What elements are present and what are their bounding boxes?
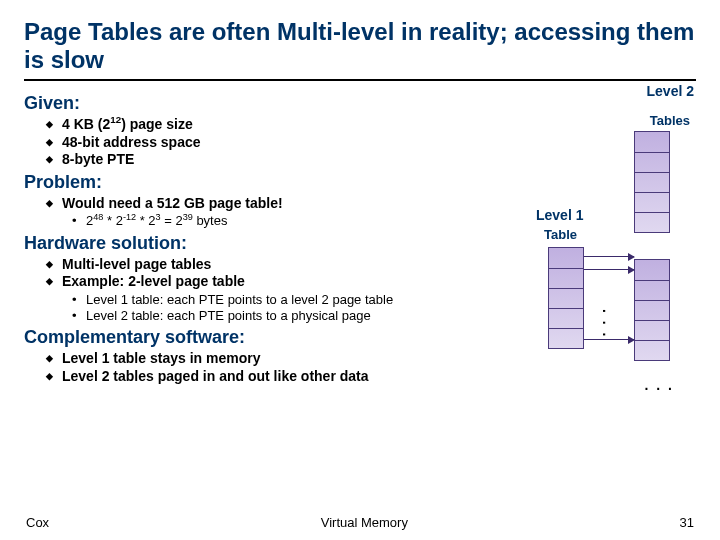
level1-label: Level 1 <box>536 207 583 223</box>
diagram: Level 2 Tables Level 1 Table <box>496 89 696 386</box>
dots-vertical: . . . <box>600 309 616 338</box>
title-rule <box>24 79 696 81</box>
given-heading: Given: <box>24 93 496 114</box>
given-item: 48-bit address space <box>46 134 496 151</box>
hardware-subitem: Level 1 table: each PTE points to a leve… <box>72 292 496 307</box>
complementary-heading: Complementary software: <box>24 327 496 348</box>
level2-table-top <box>634 131 670 233</box>
hardware-heading: Hardware solution: <box>24 233 496 254</box>
slide-title: Page Tables are often Multi-level in rea… <box>24 18 696 73</box>
main-text: Given: 4 KB (212) page size 48-bit addre… <box>24 89 496 386</box>
problem-list: Would need a 512 GB page table! <box>46 195 496 212</box>
problem-subitem: 248 * 2-12 * 23 = 239 bytes <box>72 213 496 228</box>
footer-left: Cox <box>26 515 49 530</box>
tables-label: Tables <box>650 113 690 128</box>
arrow-mid <box>584 269 634 270</box>
complementary-item: Level 1 table stays in memory <box>46 350 496 367</box>
hardware-subitem: Level 2 table: each PTE points to a phys… <box>72 308 496 323</box>
complementary-list: Level 1 table stays in memory Level 2 ta… <box>46 350 496 384</box>
problem-heading: Problem: <box>24 172 496 193</box>
footer-center: Virtual Memory <box>321 515 408 530</box>
arrow-top <box>584 256 634 257</box>
footer-right: 31 <box>680 515 694 530</box>
given-item: 4 KB (212) page size <box>46 116 496 133</box>
given-list: 4 KB (212) page size 48-bit address spac… <box>46 116 496 168</box>
problem-sublist: 248 * 2-12 * 23 = 239 bytes <box>72 213 496 228</box>
hardware-list: Multi-level page tables Example: 2-level… <box>46 256 496 290</box>
level2-label: Level 2 <box>647 83 694 99</box>
level2-table-bottom <box>634 259 670 361</box>
problem-item: Would need a 512 GB page table! <box>46 195 496 212</box>
complementary-item: Level 2 tables paged in and out like oth… <box>46 368 496 385</box>
given-item: 8-byte PTE <box>46 151 496 168</box>
hardware-item: Multi-level page tables <box>46 256 496 273</box>
hardware-sublist: Level 1 table: each PTE points to a leve… <box>72 292 496 324</box>
hardware-item: Example: 2-level page table <box>46 273 496 290</box>
level1-table <box>548 247 584 349</box>
arrow-bottom <box>584 339 634 340</box>
dots-horizontal: . . . <box>645 377 674 393</box>
table-label: Table <box>544 227 577 242</box>
